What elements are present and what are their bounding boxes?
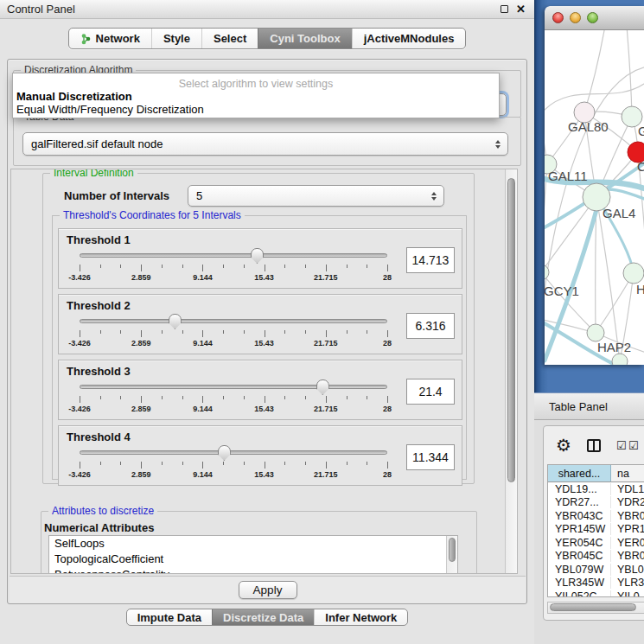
algorithm-option[interactable]: Equal Width/Frequency Discretization: [13, 103, 499, 116]
tick-mark: [120, 265, 121, 268]
threshold-slider[interactable]: -3.4262.8599.14415.4321.71528: [80, 248, 387, 286]
table-row[interactable]: YBR045CYBR0: [548, 550, 644, 564]
network-canvas[interactable]: GAL80GACGAL11GAL4GCY1HHAP2: [545, 30, 644, 365]
tick-mark: [347, 396, 348, 399]
number-of-intervals-combobox[interactable]: 5: [188, 185, 444, 207]
settings-scroll-viewport: Interval Definition Number of Intervals …: [10, 169, 518, 574]
tick-mark: [141, 265, 142, 271]
interval-definition-group: Interval Definition Number of Intervals …: [42, 173, 475, 484]
control-panel: Control Panel ✕ NetworkStyleSelectCyni T…: [0, 0, 534, 644]
horizontal-scrollbar-thumb[interactable]: [550, 603, 636, 611]
bottom-tab-impute-data[interactable]: Impute Data: [127, 609, 212, 625]
table-row[interactable]: YDL19...YDL1: [548, 482, 644, 496]
table-row[interactable]: YLR345WYLR3: [548, 577, 644, 590]
network-node-label: GAL80: [568, 119, 609, 134]
attribute-list-item[interactable]: TopologicalCoefficient: [49, 552, 457, 567]
tab-style[interactable]: Style: [151, 29, 201, 48]
tick-mark: [284, 396, 285, 399]
list-scrollbar-thumb[interactable]: [449, 538, 456, 562]
network-node[interactable]: [587, 324, 604, 341]
attribute-list-item[interactable]: SelfLoops: [49, 536, 457, 552]
threshold-value-field[interactable]: 21.4: [406, 379, 455, 405]
tick-mark: [202, 265, 203, 271]
interval-definition-label: Interval Definition: [50, 169, 137, 179]
threshold-slider[interactable]: -3.4262.8599.14415.4321.71528: [80, 445, 387, 483]
threshold-value-field[interactable]: 6.316: [406, 313, 455, 339]
table-row[interactable]: YER054CYER0: [548, 536, 644, 550]
network-node-label: C: [637, 159, 644, 174]
tab-select[interactable]: Select: [201, 29, 258, 48]
table-cell: YLR3: [611, 577, 644, 589]
checkbox-icon[interactable]: ☑: [616, 440, 627, 451]
tick-mark: [387, 396, 388, 403]
tick-label: 2.859: [131, 339, 151, 348]
checkbox-icon[interactable]: ☑: [628, 440, 639, 451]
tick-mark: [141, 462, 142, 469]
tab-jactivemnodules[interactable]: jActiveMNodules: [352, 29, 466, 48]
table-row[interactable]: YIL052CYIL0: [548, 590, 644, 597]
horizontal-scrollbar[interactable]: [547, 602, 644, 614]
bottom-tab-discretize-data[interactable]: Discretize Data: [212, 609, 314, 625]
close-traffic-light-button[interactable]: [552, 12, 564, 23]
close-icon[interactable]: ✕: [516, 3, 526, 15]
cyni-toolbox-panel: Discretization Algorithm Table Data galF…: [7, 59, 527, 604]
slider-knob[interactable]: [169, 314, 182, 329]
threshold-slider[interactable]: -3.4262.8599.14415.4321.71528: [80, 379, 387, 418]
split-columns-icon[interactable]: [587, 439, 601, 452]
float-window-icon[interactable]: [501, 5, 508, 13]
tab-cyni-toolbox[interactable]: Cyni Toolbox: [258, 29, 351, 48]
numerical-attributes-list[interactable]: SelfLoopsTopologicalCoefficientBetweenne…: [48, 535, 458, 574]
table-row[interactable]: YPR145WYPR1: [548, 523, 644, 537]
table-row[interactable]: YDR27...YDR2: [548, 496, 644, 510]
network-node-label: HAP2: [597, 340, 631, 354]
list-scrollbar[interactable]: [446, 536, 457, 574]
apply-strip: Apply: [10, 576, 526, 603]
slider-tick-labels: -3.4262.8599.14415.4321.71528: [80, 405, 387, 413]
slider-track-icon[interactable]: [80, 385, 387, 389]
column-header[interactable]: shared...: [548, 465, 611, 481]
tab-network[interactable]: Network: [69, 29, 151, 48]
threshold-label: Threshold 4: [67, 430, 131, 443]
apply-button[interactable]: Apply: [239, 581, 297, 599]
table-data-value: galFiltered.sif default node: [31, 137, 163, 150]
tick-label: -3.426: [68, 405, 91, 413]
tick-mark: [202, 330, 203, 337]
tick-mark: [80, 462, 80, 469]
slider-knob[interactable]: [218, 445, 231, 461]
tick-mark: [244, 265, 245, 268]
bottom-tab-infer-network[interactable]: Infer Network: [314, 609, 407, 625]
table-row[interactable]: YBR043CYBR0: [548, 509, 644, 523]
tick-label: 9.144: [193, 405, 213, 413]
slider-knob[interactable]: [316, 379, 329, 395]
vertical-scrollbar-thumb[interactable]: [507, 178, 515, 482]
table-cell: YLR345W: [548, 577, 611, 589]
minimize-traffic-light-button[interactable]: [570, 12, 581, 23]
slider-track-icon[interactable]: [80, 253, 387, 258]
gear-icon[interactable]: ⚙: [556, 437, 571, 454]
tick-mark: [120, 330, 121, 334]
vertical-scrollbar[interactable]: [505, 169, 517, 573]
threshold-value-field[interactable]: 14.713: [406, 247, 455, 273]
tab-label: Cyni Toolbox: [270, 32, 340, 45]
tick-mark: [387, 330, 388, 337]
algorithm-option[interactable]: Manual Discretization: [13, 90, 499, 103]
table-data-combobox[interactable]: galFiltered.sif default node: [22, 132, 508, 156]
attributes-group-label: Attributes to discretize: [48, 505, 157, 517]
threshold-value-field[interactable]: 11.344: [406, 444, 455, 470]
network-node[interactable]: [623, 263, 644, 284]
tick-mark: [244, 462, 245, 465]
table-row[interactable]: YBL079WYBL0: [548, 563, 644, 577]
tab-label: Style: [163, 32, 190, 45]
slider-track-icon[interactable]: [80, 450, 387, 455]
slider-knob[interactable]: [251, 248, 264, 264]
column-header[interactable]: na: [611, 465, 644, 481]
algorithm-dropdown-popup: Select algorithm to view settings Manual…: [12, 73, 500, 118]
slider-track-icon[interactable]: [80, 319, 387, 323]
network-node[interactable]: [612, 354, 628, 365]
tick-label: 21.715: [314, 405, 338, 413]
threshold-slider[interactable]: -3.4262.8599.14415.4321.71528: [80, 314, 387, 352]
table-cell: YBR0: [611, 510, 644, 522]
attribute-list-item[interactable]: BetweennessCentrality: [49, 567, 457, 574]
zoom-traffic-light-button[interactable]: [587, 12, 598, 23]
tick-label: 15.43: [254, 339, 274, 348]
